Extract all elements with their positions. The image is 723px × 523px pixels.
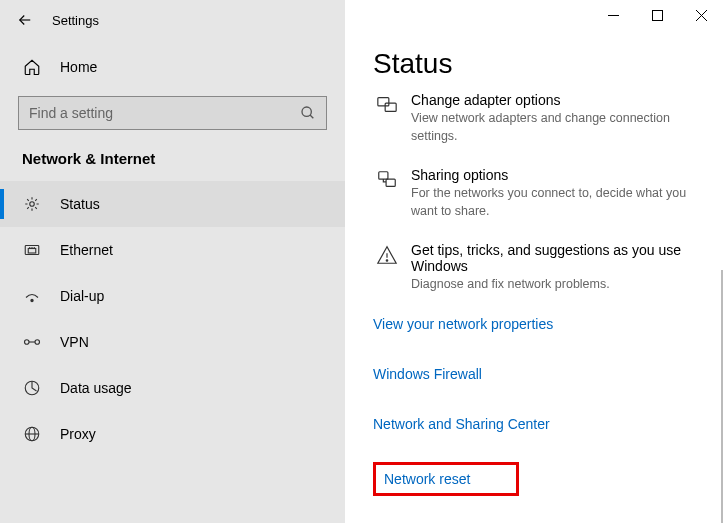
window-controls <box>591 0 723 30</box>
adapter-icon <box>373 92 401 145</box>
minimize-button[interactable] <box>591 0 635 30</box>
maximize-button[interactable] <box>635 0 679 30</box>
proxy-icon <box>22 425 42 443</box>
svg-point-6 <box>35 340 40 345</box>
nav-item-proxy[interactable]: Proxy <box>0 411 345 457</box>
search-box[interactable] <box>18 96 327 130</box>
home-label: Home <box>60 59 97 75</box>
highlight-box: Network reset <box>373 462 519 496</box>
svg-point-1 <box>30 202 35 207</box>
warning-icon <box>373 242 401 294</box>
back-button[interactable] <box>10 5 40 35</box>
sharing-icon <box>373 167 401 220</box>
search-icon <box>300 105 316 121</box>
link-network-reset[interactable]: Network reset <box>384 471 470 487</box>
nav-item-ethernet[interactable]: Ethernet <box>0 227 345 273</box>
main-content: Status Change adapter options View netwo… <box>345 0 723 523</box>
home-icon <box>22 58 42 76</box>
svg-point-15 <box>386 260 387 261</box>
search-input[interactable] <box>29 105 300 121</box>
ethernet-icon <box>22 241 42 259</box>
titlebar: Settings <box>0 0 345 40</box>
setting-desc: Diagnose and fix network problems. <box>411 276 703 294</box>
nav-item-datausage[interactable]: Data usage <box>0 365 345 411</box>
nav-label: Data usage <box>60 380 132 396</box>
datausage-icon <box>22 379 42 397</box>
setting-title: Get tips, tricks, and suggestions as you… <box>411 242 703 274</box>
nav-item-dialup[interactable]: Dial-up <box>0 273 345 319</box>
svg-rect-3 <box>28 249 36 254</box>
svg-point-0 <box>302 107 311 116</box>
setting-title: Sharing options <box>411 167 703 183</box>
home-nav[interactable]: Home <box>0 48 345 86</box>
nav-label: Proxy <box>60 426 96 442</box>
nav-label: Ethernet <box>60 242 113 258</box>
dialup-icon <box>22 287 42 305</box>
page-title: Status <box>373 48 703 80</box>
nav-label: Dial-up <box>60 288 104 304</box>
nav-label: VPN <box>60 334 89 350</box>
svg-rect-13 <box>379 172 388 179</box>
link-network-properties[interactable]: View your network properties <box>373 316 553 332</box>
status-icon <box>22 195 42 213</box>
nav-item-vpn[interactable]: VPN <box>0 319 345 365</box>
svg-rect-11 <box>378 98 389 106</box>
vpn-icon <box>22 335 42 349</box>
setting-sharing[interactable]: Sharing options For the networks you con… <box>373 167 703 220</box>
svg-rect-14 <box>386 179 395 186</box>
link-network-sharing-center[interactable]: Network and Sharing Center <box>373 416 550 432</box>
setting-title: Change adapter options <box>411 92 703 108</box>
close-button[interactable] <box>679 0 723 30</box>
nav-item-status[interactable]: Status <box>0 181 345 227</box>
section-header: Network & Internet <box>0 148 345 181</box>
svg-point-5 <box>25 340 30 345</box>
nav-label: Status <box>60 196 100 212</box>
setting-adapter[interactable]: Change adapter options View network adap… <box>373 92 703 145</box>
sidebar: Settings Home Network & Internet Status <box>0 0 345 523</box>
svg-rect-10 <box>652 10 662 20</box>
svg-point-4 <box>31 299 33 301</box>
setting-desc: For the networks you connect to, decide … <box>411 185 703 220</box>
setting-desc: View network adapters and change connect… <box>411 110 703 145</box>
setting-troubleshoot[interactable]: Get tips, tricks, and suggestions as you… <box>373 242 703 294</box>
svg-rect-12 <box>385 103 396 111</box>
link-windows-firewall[interactable]: Windows Firewall <box>373 366 482 382</box>
app-title: Settings <box>52 13 99 28</box>
